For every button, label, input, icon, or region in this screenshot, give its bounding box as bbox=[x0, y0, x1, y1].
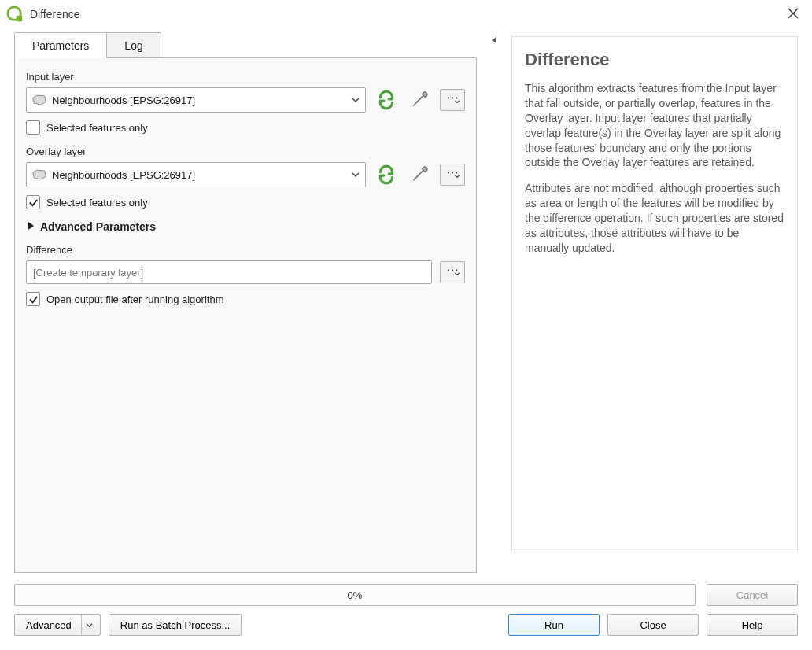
help-paragraph: This algorithm extracts features from th… bbox=[525, 81, 784, 170]
footer: 0% Cancel Advanced Run as Batch Process.… bbox=[0, 573, 812, 650]
cancel-button[interactable]: Cancel bbox=[707, 584, 798, 606]
run-batch-button[interactable]: Run as Batch Process... bbox=[109, 614, 242, 636]
browse-input-button[interactable] bbox=[440, 89, 465, 111]
input-layer-label: Input layer bbox=[26, 71, 465, 83]
overlay-layer-combo[interactable]: Neighbourhoods [EPSG:26917] bbox=[26, 162, 366, 187]
output-label: Difference bbox=[26, 244, 465, 256]
input-selected-only-label: Selected features only bbox=[46, 122, 148, 134]
collapse-help-handle[interactable] bbox=[488, 28, 500, 573]
browse-output-button[interactable] bbox=[440, 261, 465, 283]
overlay-layer-value: Neighbourhoods [EPSG:26917] bbox=[52, 169, 346, 181]
iterate-features-button[interactable] bbox=[374, 162, 399, 187]
svg-point-2 bbox=[448, 97, 449, 98]
advanced-options-button[interactable] bbox=[407, 162, 432, 187]
caret-down-icon bbox=[351, 95, 360, 105]
svg-point-5 bbox=[448, 172, 449, 173]
svg-point-6 bbox=[452, 172, 453, 173]
advanced-menu-label: Advanced bbox=[26, 619, 72, 631]
help-title: Difference bbox=[525, 50, 784, 70]
svg-rect-1 bbox=[17, 16, 22, 21]
svg-point-8 bbox=[448, 269, 449, 271]
checkbox-icon bbox=[26, 195, 40, 209]
browse-overlay-button[interactable] bbox=[440, 164, 465, 186]
open-output-label: Open output file after running algorithm bbox=[46, 294, 223, 305]
checkbox-icon bbox=[26, 292, 40, 306]
svg-point-10 bbox=[456, 269, 457, 271]
close-button[interactable]: Close bbox=[607, 614, 699, 636]
advanced-options-button[interactable] bbox=[407, 87, 432, 113]
overlay-selected-only-label: Selected features only bbox=[46, 197, 148, 209]
close-icon[interactable] bbox=[787, 7, 801, 21]
caret-down-icon bbox=[351, 170, 360, 179]
input-layer-combo[interactable]: Neighbourhoods [EPSG:26917] bbox=[26, 87, 366, 113]
tab-parameters[interactable]: Parameters bbox=[14, 32, 107, 58]
svg-point-9 bbox=[452, 269, 453, 271]
overlay-selected-only-checkbox[interactable]: Selected features only bbox=[26, 195, 465, 209]
window-title: Difference bbox=[30, 8, 787, 20]
input-selected-only-checkbox[interactable]: Selected features only bbox=[26, 120, 465, 135]
output-destination-placeholder: [Create temporary layer] bbox=[33, 267, 143, 279]
iterate-features-button[interactable] bbox=[374, 87, 399, 113]
caret-down-icon bbox=[81, 615, 97, 635]
help-panel: Difference This algorithm extracts featu… bbox=[511, 36, 798, 552]
help-paragraph: Attributes are not modified, although pr… bbox=[525, 181, 784, 255]
triangle-right-icon bbox=[26, 220, 35, 233]
progress-text: 0% bbox=[348, 589, 363, 601]
checkbox-icon bbox=[26, 120, 40, 135]
advanced-parameters-toggle[interactable]: Advanced Parameters bbox=[26, 220, 465, 233]
svg-point-7 bbox=[456, 172, 457, 173]
input-layer-value: Neighbourhoods [EPSG:26917] bbox=[52, 94, 346, 106]
progress-bar: 0% bbox=[14, 584, 696, 606]
svg-point-4 bbox=[456, 97, 457, 98]
tab-log[interactable]: Log bbox=[106, 32, 161, 57]
parameters-panel: Input layer Neighbourhoods [EPSG:26917] bbox=[14, 58, 477, 573]
advanced-parameters-label: Advanced Parameters bbox=[40, 220, 156, 233]
qgis-icon bbox=[6, 6, 24, 23]
tabs: Parameters Log bbox=[14, 31, 477, 58]
output-destination-field[interactable]: [Create temporary layer] bbox=[26, 260, 432, 284]
overlay-layer-label: Overlay layer bbox=[26, 146, 465, 157]
help-button[interactable]: Help bbox=[707, 614, 798, 636]
polygon-icon bbox=[31, 168, 47, 181]
polygon-icon bbox=[31, 94, 47, 106]
open-output-checkbox[interactable]: Open output file after running algorithm bbox=[26, 292, 465, 306]
run-button[interactable]: Run bbox=[508, 614, 600, 636]
advanced-menu-button[interactable]: Advanced bbox=[14, 614, 101, 636]
titlebar: Difference bbox=[0, 0, 812, 28]
svg-point-3 bbox=[452, 97, 453, 98]
